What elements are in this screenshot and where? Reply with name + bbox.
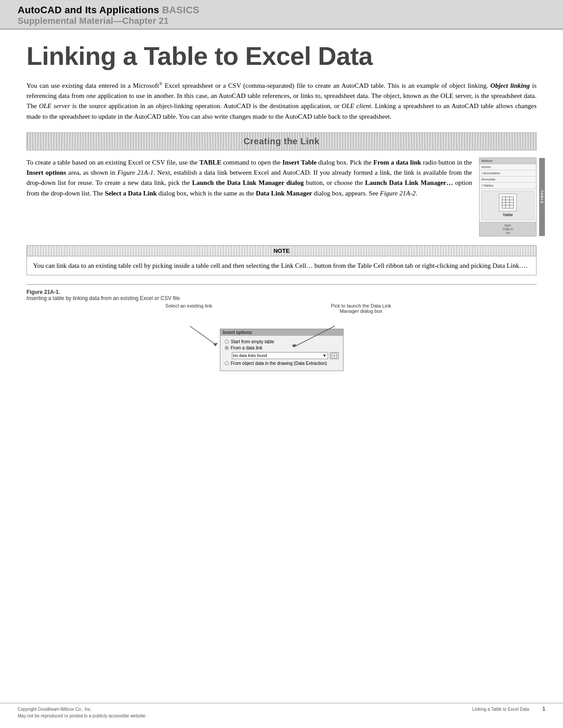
annotation-left-label: Select an existing link [162, 303, 215, 314]
page-header: AutoCAD and Its Applications BASICS Supp… [0, 0, 563, 30]
table-icon [499, 194, 517, 211]
note-header: NOTE [27, 246, 536, 256]
footer-copyright: Copyright Goodheart-Willcox Co., Inc. Ma… [18, 706, 147, 719]
figure-area: Select an existing link Pick to launch t… [149, 303, 414, 371]
body-paragraph-2: To create a table based on an existing E… [26, 158, 472, 199]
figure-content: Insert options Start from empty table Fr… [149, 316, 414, 371]
data-link-dropdown: No data links found ▼ [232, 352, 328, 359]
note-box: NOTE You can link data to an existing ta… [26, 245, 537, 276]
ribbon-footer: type TABLE TB [480, 222, 536, 236]
radio-row-1: Start from empty table [225, 339, 339, 344]
ribbon-icon-label: Table [484, 213, 531, 217]
chapter-title: Linking a Table to Excel Data [26, 43, 537, 70]
annotation-row: Select an existing link Pick to launch t… [149, 303, 414, 314]
annotation-right-label: Pick to launch the Data Link Manager dia… [321, 303, 401, 314]
header-subtitle: Supplemental Material—Chapter 21 [18, 16, 545, 26]
main-column: To create a table based on an existing E… [26, 158, 472, 206]
section-heading-banner: Creating the Link [26, 132, 537, 150]
figure-caption: Figure 21A-1. Inserting a table by linki… [26, 289, 537, 301]
figure-divider [26, 284, 537, 285]
body-paragraph-1: You can use existing data entered in a M… [26, 80, 537, 122]
ribbon-path-annotate: Annotate [480, 176, 536, 183]
two-col-layout: To create a table based on an existing E… [26, 158, 537, 236]
radio-from-object [225, 361, 229, 365]
dialog-title: Insert options [220, 329, 343, 336]
page-number: 1 [542, 706, 545, 712]
note-body: You can link data to an existing table c… [27, 256, 536, 275]
svg-line-6 [190, 326, 216, 345]
ribbon-tab-label: TABLE [539, 158, 545, 236]
ribbon-header: Ribbon [480, 158, 536, 164]
svg-marker-7 [213, 343, 218, 346]
ribbon-panel: Ribbon Home >Annotation Annotate >Tables [479, 158, 537, 236]
insert-table-dialog: Insert options Start from empty table Fr… [220, 329, 344, 371]
ribbon-path-tables: >Tables [480, 183, 536, 189]
radio-start-empty [225, 340, 229, 344]
dialog-body: Start from empty table From a data link … [220, 336, 343, 371]
page-footer: Copyright Goodheart-Willcox Co., Inc. Ma… [0, 703, 563, 719]
radio-from-data-link [225, 346, 229, 350]
ribbon-side-panel: Ribbon Home >Annotation Annotate >Tables [479, 158, 537, 236]
dropdown-row: No data links found ▼ [232, 352, 339, 359]
section-heading-text: Creating the Link [244, 136, 320, 146]
radio-row-3: From object data in the drawing (Data Ex… [225, 361, 339, 366]
radio-row-2: From a data link [225, 345, 339, 350]
ribbon-path-annotation: >Annotation [480, 170, 536, 176]
footer-right: Linking a Table to Excel Data 1 [472, 706, 545, 712]
ribbon-icon-area: Table [481, 191, 534, 220]
header-title-line1: AutoCAD and Its Applications BASICS [18, 4, 545, 16]
ribbon-path-home: Home [480, 164, 536, 170]
main-content: Linking a Table to Excel Data You can us… [0, 30, 563, 389]
launch-data-link-button[interactable] [330, 352, 339, 359]
